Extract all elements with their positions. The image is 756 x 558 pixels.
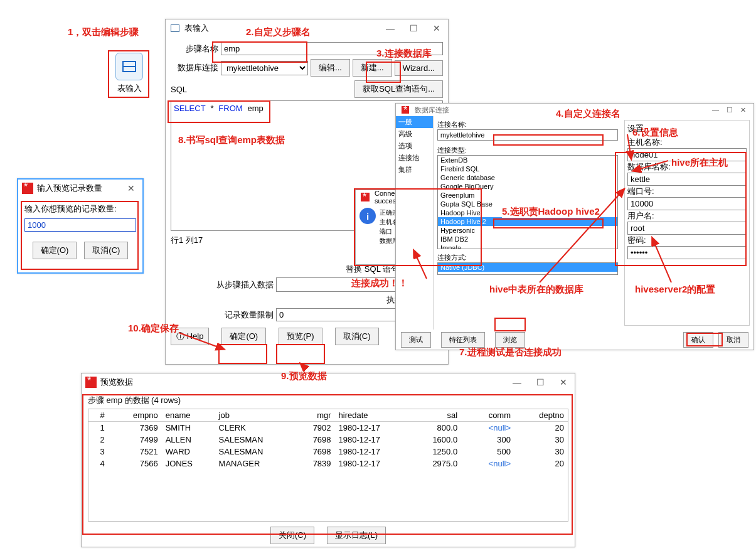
- redbox-preview: [276, 344, 325, 364]
- test-button[interactable]: 测试: [401, 332, 431, 348]
- annot-8: 8.书写sql查询emp表数据: [178, 134, 285, 146]
- redbox-conntest: [354, 188, 482, 266]
- annot-4: 4.自定义连接名: [556, 108, 620, 120]
- redbox-ok: [218, 344, 267, 364]
- record-limit-label: 记录数量限制: [171, 309, 274, 321]
- close-icon[interactable]: ✕: [127, 183, 135, 193]
- annot-hivedb: hive中表所在的数据库: [489, 284, 583, 296]
- browse-button[interactable]: 浏览: [495, 332, 525, 348]
- redbox-sql: [168, 100, 270, 123]
- edit-conn-button[interactable]: 编辑...: [311, 59, 350, 77]
- features-button[interactable]: 特征列表: [441, 332, 485, 348]
- annot-5: 5.选职责Hadoop hive2: [502, 206, 600, 218]
- redbox-test-btn: [494, 318, 526, 331]
- redbox-ok-btn: [686, 333, 723, 346]
- maximize-icon[interactable]: ☐: [727, 106, 733, 114]
- redbox-previewdata: [82, 394, 573, 535]
- annot-2: 2.自定义步骤名: [246, 26, 311, 38]
- list-item[interactable]: Generic database: [438, 173, 617, 182]
- wizard-conn-button[interactable]: Wizard...: [395, 60, 443, 76]
- close-icon[interactable]: ✕: [740, 106, 746, 114]
- annot-hs2: hiveserver2的配置: [635, 284, 715, 296]
- sql-label: SQL: [171, 85, 187, 94]
- from-step-label: 从步骤插入数据: [171, 279, 274, 291]
- nav-pool[interactable]: 连接池: [396, 152, 433, 164]
- svg-line-1: [301, 364, 306, 369]
- redbox-connname: [493, 134, 604, 146]
- annot-10: 10.确定保存: [128, 323, 179, 335]
- maximize-icon[interactable]: ☐: [410, 23, 418, 33]
- table-input-icon: [169, 23, 181, 34]
- maximize-icon[interactable]: ☐: [536, 377, 545, 387]
- annot-conn-ok: 连接成功！！: [351, 277, 408, 289]
- kettle-icon: [85, 377, 97, 388]
- minimize-icon[interactable]: —: [712, 106, 719, 114]
- list-item[interactable]: Firebird SQL: [438, 164, 617, 173]
- kettle-icon: [402, 106, 409, 114]
- ok-button[interactable]: 确定(O): [221, 328, 266, 345]
- dialog-title: 输入预览记录数量: [37, 183, 127, 194]
- list-item[interactable]: ExtenDB: [438, 156, 617, 164]
- nav-advanced[interactable]: 高级: [396, 128, 433, 140]
- nav-general[interactable]: 一般: [396, 116, 433, 128]
- redbox-step-icon: [108, 50, 149, 98]
- annot-6b: hive所在主机: [671, 157, 728, 169]
- kettle-icon: [22, 183, 33, 194]
- cancel-button[interactable]: 取消: [718, 332, 748, 348]
- conn-type-label: 连接类型:: [437, 146, 618, 155]
- annot-3: 3.连接数据库: [376, 48, 432, 60]
- minimize-icon[interactable]: —: [513, 377, 521, 387]
- close-icon[interactable]: ✕: [433, 23, 440, 33]
- conn-name-label: 连接名称:: [437, 120, 618, 129]
- nav-cluster[interactable]: 集群: [396, 164, 433, 176]
- redbox-stepname: [212, 41, 307, 63]
- get-sql-button[interactable]: 获取SQL查询语句...: [354, 80, 443, 98]
- nav-options[interactable]: 选项: [396, 140, 433, 152]
- preview-button[interactable]: 预览(P): [279, 328, 322, 345]
- redbox-settings: [615, 152, 747, 266]
- redbox-new-btn: [366, 62, 401, 83]
- step-name-label: 步骤名称: [171, 43, 218, 55]
- annot-6: 6.设置信息: [632, 127, 678, 139]
- db-conn-label: 数据库连接: [171, 62, 218, 73]
- redbox-hive2: [493, 218, 604, 228]
- minimize-icon[interactable]: —: [386, 23, 395, 33]
- annot-9: 9.预览数据: [281, 370, 327, 382]
- annot-7: 7.进程测试是否连接成功: [459, 346, 562, 358]
- cancel-button[interactable]: 取消(C): [335, 328, 379, 345]
- close-icon[interactable]: ✕: [560, 377, 567, 387]
- redbox-previewcount: [21, 201, 139, 270]
- annot-1: 1，双击编辑步骤: [68, 26, 139, 38]
